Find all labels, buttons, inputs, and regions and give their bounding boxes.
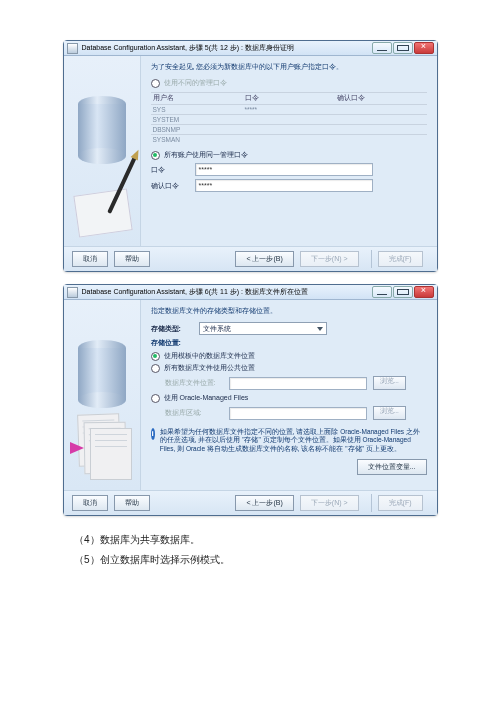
password-input[interactable]: *****: [195, 163, 373, 176]
back-button[interactable]: < 上一步(B): [235, 251, 293, 267]
note-4: （4）数据库为共享数据库。: [74, 530, 456, 550]
radio-icon: [151, 352, 160, 361]
confirm-password-input[interactable]: *****: [195, 179, 373, 192]
button-bar: 取消 帮助 < 上一步(B) 下一步(N) > 完成(F): [64, 490, 437, 515]
app-icon: [67, 43, 78, 54]
document-notes: （4）数据库为共享数据库。 （5）创立数据库时选择示例模式。: [74, 530, 456, 570]
window-step-6: Database Configuration Assistant, 步骤 6(共…: [63, 284, 438, 516]
browse-button: 浏览...: [373, 406, 406, 420]
info-icon: i: [151, 428, 155, 440]
app-icon: [67, 287, 78, 298]
finish-button[interactable]: 完成(F): [378, 495, 423, 511]
page-hint: 指定数据库文件的存储类型和存储位置。: [151, 306, 427, 316]
radio-common-location[interactable]: 所有数据库文件使用公共位置: [151, 363, 427, 373]
minimize-icon[interactable]: [372, 286, 392, 298]
db-file-location-input: [229, 377, 367, 390]
next-button[interactable]: 下一步(N) >: [300, 495, 359, 511]
window-title: Database Configuration Assistant, 步骤 6(共…: [82, 287, 371, 297]
note-5: （5）创立数据库时选择示例模式。: [74, 550, 456, 570]
window-step-5: Database Configuration Assistant, 步骤 5(共…: [63, 40, 438, 272]
finish-button[interactable]: 完成(F): [378, 251, 423, 267]
minimize-icon[interactable]: [372, 42, 392, 54]
close-icon[interactable]: [414, 286, 434, 298]
chevron-down-icon: [317, 327, 323, 331]
page-hint: 为了安全起见, 您必须为新数据库中的以下用户账户指定口令。: [151, 62, 427, 72]
table-row: SYSTEM: [151, 114, 243, 124]
table-row: SYSMAN: [151, 134, 243, 144]
db-area-label: 数据库区域:: [165, 408, 229, 418]
titlebar[interactable]: Database Configuration Assistant, 步骤 6(共…: [64, 285, 437, 300]
cancel-button[interactable]: 取消: [72, 251, 108, 267]
arrow-icon: [70, 442, 84, 454]
maximize-icon[interactable]: [393, 286, 413, 298]
radio-same-password[interactable]: 所有账户使用同一管理口令: [151, 150, 427, 160]
button-bar: 取消 帮助 < 上一步(B) 下一步(N) > 完成(F): [64, 246, 437, 271]
db-file-location-label: 数据库文件位置:: [165, 378, 229, 388]
help-button[interactable]: 帮助: [114, 495, 150, 511]
storage-location-label: 存储位置:: [151, 338, 427, 348]
passwords-table: 用户名 口令 确认口令 SYS ***** SYSTEM: [151, 92, 427, 144]
browse-button: 浏览...: [373, 376, 406, 390]
radio-icon: [151, 394, 160, 403]
maximize-icon[interactable]: [393, 42, 413, 54]
col-confirm: 确认口令: [335, 92, 427, 104]
back-button[interactable]: < 上一步(B): [235, 495, 293, 511]
window-title: Database Configuration Assistant, 步骤 5(共…: [82, 43, 371, 53]
radio-icon: [151, 364, 160, 373]
db-area-input: [229, 407, 367, 420]
side-illustration: [64, 300, 141, 490]
confirm-password-label: 确认口令: [151, 181, 195, 191]
radio-template-location[interactable]: 使用模板中的数据库文件位置: [151, 351, 427, 361]
password-label: 口令: [151, 165, 195, 175]
file-location-vars-button[interactable]: 文件位置变量...: [357, 459, 427, 475]
info-note: i 如果希望为任何数据库文件指定不同的位置, 请选取上面除 Oracle-Man…: [151, 428, 427, 453]
radio-icon: [151, 79, 160, 88]
radio-omf[interactable]: 使用 Oracle-Managed Files: [151, 393, 427, 403]
next-button[interactable]: 下一步(N) >: [300, 251, 359, 267]
table-row: SYS: [151, 104, 243, 114]
cancel-button[interactable]: 取消: [72, 495, 108, 511]
titlebar[interactable]: Database Configuration Assistant, 步骤 5(共…: [64, 41, 437, 56]
storage-type-combo[interactable]: 文件系统: [199, 322, 327, 335]
radio-icon: [151, 151, 160, 160]
side-illustration: [64, 56, 141, 246]
help-button[interactable]: 帮助: [114, 251, 150, 267]
storage-type-label: 存储类型:: [151, 324, 199, 334]
close-icon[interactable]: [414, 42, 434, 54]
table-row: DBSNMP: [151, 124, 243, 134]
col-pass: 口令: [243, 92, 335, 104]
col-user: 用户名: [151, 92, 243, 104]
radio-different-passwords[interactable]: 使用不同的管理口令: [151, 78, 427, 88]
